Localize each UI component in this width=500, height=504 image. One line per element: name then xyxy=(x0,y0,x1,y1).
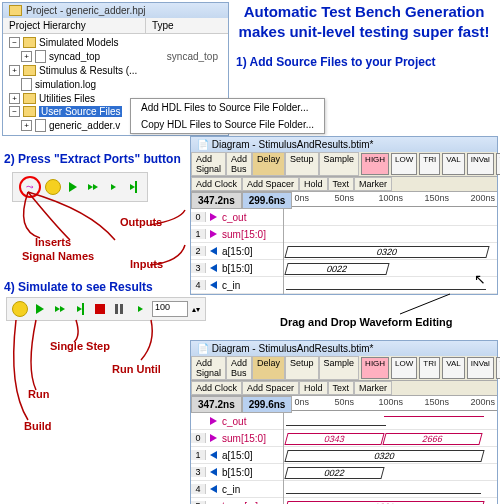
mode-high[interactable]: HIGH xyxy=(361,357,389,379)
add-signal-button[interactable]: Add Signal xyxy=(191,152,226,176)
play-button-1[interactable] xyxy=(65,179,81,195)
plus-icon[interactable]: + xyxy=(21,120,32,131)
sig-row-sum[interactable]: 1sum[15:0] xyxy=(191,226,283,243)
marker-button[interactable]: Marker xyxy=(354,381,392,395)
diagram-panel-top: 📄 Diagram - StimulusAndResults.btim* Add… xyxy=(190,136,498,295)
build-button[interactable] xyxy=(12,301,28,317)
signal-area-bot: c_out 0sum[15:0] 1a[15:0] 3b[15:0] 4c_in… xyxy=(191,413,497,504)
diagram-buttons-row2: Add Clock Add Spacer Hold Text Marker xyxy=(191,177,497,192)
minus-icon[interactable]: − xyxy=(9,106,20,117)
input-arrow-icon xyxy=(210,468,217,476)
mode-buttons: HIGH LOW TRI VAL INVal WHI xyxy=(359,152,500,176)
mode-tri[interactable]: TRI xyxy=(419,153,440,175)
text-button[interactable]: Text xyxy=(328,381,355,395)
col-type[interactable]: Type xyxy=(146,18,180,33)
setup-button[interactable]: Setup xyxy=(285,152,319,176)
mode-whi[interactable]: WHI xyxy=(496,153,500,175)
mode-low[interactable]: LOW xyxy=(391,357,417,379)
hold-button[interactable]: Hold xyxy=(299,177,328,191)
pause-button[interactable] xyxy=(112,301,128,317)
mode-val[interactable]: VAL xyxy=(442,153,465,175)
marker-button[interactable]: Marker xyxy=(354,177,392,191)
input-arrow-icon xyxy=(210,281,217,289)
mode-inv[interactable]: INVal xyxy=(467,153,494,175)
sample-button[interactable]: Sample xyxy=(319,356,360,380)
setup-button[interactable]: Setup xyxy=(285,356,319,380)
play-button-4[interactable] xyxy=(125,179,141,195)
tree-item-simlog[interactable]: simulation.log xyxy=(7,77,228,92)
play-icon xyxy=(93,184,98,190)
tree-item-syncad-top[interactable]: +syncad_topsyncad_top xyxy=(7,49,228,64)
mode-low[interactable]: LOW xyxy=(391,153,417,175)
ctx-copy-hdl[interactable]: Copy HDL Files to Source File Folder... xyxy=(131,116,324,133)
file-icon xyxy=(35,50,46,63)
col-hierarchy[interactable]: Project Hierarchy xyxy=(3,18,146,33)
bus-a[interactable]: 0320 xyxy=(284,246,489,258)
run-until-button[interactable] xyxy=(132,301,148,317)
wire-cin[interactable] xyxy=(286,289,486,290)
mode-high[interactable]: HIGH xyxy=(361,153,389,175)
diagram-title: 📄 Diagram - StimulusAndResults.btim* xyxy=(191,137,497,152)
ctx-add-hdl[interactable]: Add HDL Files to Source File Folder... xyxy=(131,99,324,116)
cursor-icon: ↖ xyxy=(474,271,486,287)
extract-ports-button[interactable]: ⤳ xyxy=(19,176,41,198)
stop-button[interactable] xyxy=(92,301,108,317)
sig-row[interactable]: c_out xyxy=(191,413,283,430)
step-button-2[interactable] xyxy=(72,301,88,317)
sig-row[interactable]: 1a[15:0] xyxy=(191,447,283,464)
play-button-2[interactable] xyxy=(85,179,101,195)
dot-icon xyxy=(45,179,61,195)
tree-item-stimulus[interactable]: +Stimulus & Results (... xyxy=(7,64,228,77)
mode-val[interactable]: VAL xyxy=(442,357,465,379)
sig-row[interactable]: 5∿top.a[...] xyxy=(191,498,283,504)
plus-icon[interactable]: + xyxy=(9,65,20,76)
step-button-1[interactable] xyxy=(52,301,68,317)
tree-item-simulated-models[interactable]: −Simulated Models xyxy=(7,36,228,49)
folder-icon xyxy=(23,37,36,48)
sig-row[interactable]: 3b[15:0] xyxy=(191,464,283,481)
run-value-input[interactable]: 100 xyxy=(152,301,188,317)
delay-button[interactable]: Delay xyxy=(252,152,285,176)
time-1-bot: 347.2ns xyxy=(191,396,242,413)
connector-lines xyxy=(10,190,190,280)
time-ruler-row: 347.2ns 299.6ns 0ns 50ns 100ns 150ns 200… xyxy=(191,192,497,209)
sig-row[interactable]: 4c_in xyxy=(191,481,283,498)
delay-button[interactable]: Delay xyxy=(252,356,285,380)
add-clock-button[interactable]: Add Clock xyxy=(191,177,242,191)
sig-row-cout[interactable]: 0c_out xyxy=(191,209,283,226)
sample-button[interactable]: Sample xyxy=(319,152,360,176)
add-bus-button[interactable]: Add Bus xyxy=(226,152,252,176)
bus-b[interactable]: 0022 xyxy=(284,263,389,275)
time-ruler-row-bot: 347.2ns 299.6ns 0ns 50ns 100ns 150ns 200… xyxy=(191,396,497,413)
sig-row-cin[interactable]: 4c_in xyxy=(191,277,283,294)
spinner-icon[interactable]: ▴▾ xyxy=(192,305,200,314)
sig-row[interactable]: 0sum[15:0] xyxy=(191,430,283,447)
add-spacer-button[interactable]: Add Spacer xyxy=(242,177,299,191)
time-ruler-bot[interactable]: 0ns 50ns 100ns 150ns 200ns xyxy=(292,396,497,411)
mode-inv[interactable]: INVal xyxy=(467,357,494,379)
yellow-button[interactable] xyxy=(45,179,61,195)
add-clock-button[interactable]: Add Clock xyxy=(191,381,242,395)
text-button[interactable]: Text xyxy=(328,177,355,191)
plus-icon[interactable]: + xyxy=(9,93,20,104)
mode-whi[interactable]: WHI xyxy=(496,357,500,379)
waveform-area-bot[interactable]: 03432666 0320 0022 0320 2345 xyxy=(284,413,497,504)
minus-icon[interactable]: − xyxy=(9,37,20,48)
add-spacer-button[interactable]: Add Spacer xyxy=(242,381,299,395)
sig-row-a[interactable]: 2a[15:0] xyxy=(191,243,283,260)
diagram-panel-bottom: 📄 Diagram - StimulusAndResults.btim* Add… xyxy=(190,340,498,504)
hold-button[interactable]: Hold xyxy=(299,381,328,395)
signal-names-col-bot: c_out 0sum[15:0] 1a[15:0] 3b[15:0] 4c_in… xyxy=(191,413,284,504)
build-label: Build xyxy=(24,420,52,432)
plus-icon[interactable]: + xyxy=(21,51,32,62)
project-icon xyxy=(9,5,22,16)
sig-row-b[interactable]: 3b[15:0] xyxy=(191,260,283,277)
mode-tri[interactable]: TRI xyxy=(419,357,440,379)
add-signal-button[interactable]: Add Signal xyxy=(191,356,226,380)
play-button-3[interactable] xyxy=(105,179,121,195)
waveform-area[interactable]: 0320 0022 ↖ xyxy=(284,209,497,294)
run-button[interactable] xyxy=(32,301,48,317)
time-2: 299.6ns xyxy=(242,192,293,209)
add-bus-button[interactable]: Add Bus xyxy=(226,356,252,380)
time-ruler[interactable]: 0ns 50ns 100ns 150ns 200ns xyxy=(292,192,497,207)
